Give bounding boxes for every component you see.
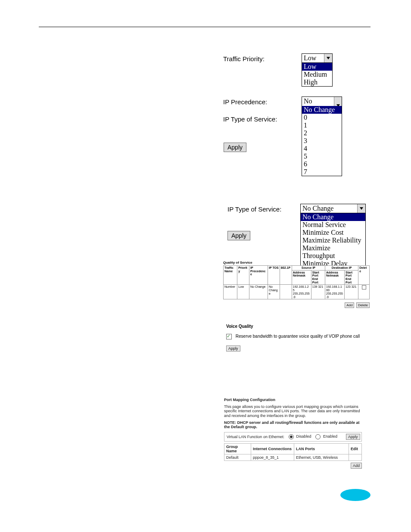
voice-quality-section: Voice Quality Reserve bandwidth to guara… (226, 324, 371, 352)
dropdown-arrow-icon[interactable] (324, 54, 332, 62)
qos-table-row: Number Low No Change No Change 192.168.1… (224, 285, 370, 299)
footer-accent (340, 489, 371, 501)
apply-button-1[interactable]: Apply (224, 143, 246, 152)
ip-tos-option[interactable]: Maximize Throughput (301, 244, 365, 260)
ip-tos-option[interactable]: No Change (301, 213, 365, 221)
ip-precedence-option[interactable]: 2 (302, 129, 342, 137)
ip-precedence-label: IP Precedence: (223, 98, 267, 106)
ip-precedence-option[interactable]: 5 (302, 152, 342, 160)
vlan-apply-button[interactable]: Apply (346, 434, 360, 440)
traffic-priority-option[interactable]: High (302, 78, 332, 86)
qos-section: Quality of Service Traffic Name Priority… (223, 261, 370, 308)
port-mapping-table: Group Name Internet Connections LAN Port… (224, 443, 362, 461)
apply-button-2[interactable]: Apply (227, 231, 250, 240)
ip-tos-option[interactable]: Normal Service (301, 221, 365, 229)
ip-precedence-option[interactable]: No Change (302, 106, 342, 114)
ip-tos-option[interactable]: Minimize Cost (301, 229, 365, 236)
ip-precedence-option[interactable]: 3 (302, 137, 342, 145)
ip-precedence-option[interactable]: 7 (302, 168, 342, 176)
vlan-disabled-label: Disabled (296, 434, 311, 439)
ip-tos-label-2: IP Type of Service: (227, 205, 281, 213)
vlan-disabled-radio[interactable] (289, 434, 294, 439)
ip-tos-options[interactable]: No Change Normal Service Minimize Cost M… (300, 213, 366, 268)
port-mapping-description: This page allows you to configure variou… (224, 404, 362, 418)
reserve-bandwidth-checkbox[interactable] (226, 334, 232, 339)
qos-table: Traffic Name Priority IP Precedence IP T… (223, 265, 370, 299)
th-dest-ip: Destination IP (325, 266, 358, 271)
port-mapping-title: Port Mapping Configuration (224, 398, 362, 402)
th-ip-precedence: IP Precedence (249, 266, 268, 285)
vlan-label: Virtual LAN Function on Ethernet: (227, 435, 284, 439)
reserve-bandwidth-label: Reserve bandwidth to guarantee voice qua… (236, 334, 360, 339)
th-src-port: Start Port End Port (311, 270, 325, 285)
cell-8021p (280, 285, 292, 299)
voice-apply-button[interactable]: Apply (226, 345, 240, 352)
cell-ip-precedence: No Change (249, 285, 268, 299)
vlan-enabled-radio[interactable] (315, 434, 321, 439)
traffic-priority-option[interactable]: Medium (302, 71, 332, 78)
th-delete: Delete (358, 266, 370, 285)
th-priority: Priority (237, 266, 249, 285)
ip-tos-selected: No Change (301, 204, 357, 213)
cell-dst-addr: 192.168.1.100 255.255.255.0 (325, 285, 344, 299)
cell-internet: pppoe_8_35_1 (251, 454, 294, 460)
traffic-priority-selected: Low (302, 54, 324, 62)
voice-quality-title: Voice Quality (226, 324, 371, 329)
qos-title: Quality of Service (223, 261, 370, 264)
port-mapping-row: Default pppoe_8_35_1 Ethernet, USB, Wire… (224, 454, 362, 460)
th-edit: Edit (349, 443, 362, 454)
cell-ip-tos: No Change (268, 285, 280, 299)
ip-precedence-option[interactable]: 6 (302, 160, 342, 168)
dropdown-arrow-icon[interactable] (357, 204, 365, 213)
port-mapping-section: Port Mapping Configuration This page all… (224, 398, 362, 469)
th-group-name: Group Name (224, 443, 251, 454)
qos-add-button[interactable]: Add (345, 302, 354, 308)
ip-precedence-option[interactable]: 0 (302, 114, 342, 121)
traffic-priority-select[interactable]: Low (302, 53, 333, 63)
th-source-ip: Source IP (292, 266, 325, 271)
traffic-priority-label: Traffic Priority: (223, 55, 265, 62)
th-internet: Internet Connections (251, 443, 294, 454)
cell-priority: Low (237, 285, 249, 299)
th-src-addr: Address Netmask (292, 270, 311, 285)
cell-lan: Ethernet, USB, Wireless (294, 454, 349, 460)
cell-src-addr: 192.168.1.25 255.255.255.0 (292, 285, 311, 299)
svg-marker-2 (360, 207, 363, 210)
ip-tos-label-1: IP Type of Service: (223, 115, 277, 123)
ip-tos-option[interactable]: Maximize Reliability (301, 236, 365, 244)
th-traffic-name: Traffic Name (224, 266, 237, 285)
vlan-enabled-label: Enabled (323, 434, 337, 439)
cell-group: Default (224, 454, 251, 460)
traffic-priority-options[interactable]: Low Medium High (302, 63, 333, 87)
port-mapping-note: NOTE: DHCP server and all routing/firewa… (224, 420, 362, 429)
cell-src-port: 139 321 (311, 285, 325, 299)
ip-precedence-option[interactable]: 4 (302, 145, 342, 152)
th-8021p: 802.1P (280, 266, 292, 285)
qos-delete-button[interactable]: Delete (356, 302, 370, 308)
port-mapping-add-button[interactable]: Add (351, 463, 362, 469)
svg-marker-0 (327, 57, 330, 59)
cell-dst-port: 123 321 (345, 285, 358, 299)
cell-traffic-name: Number (224, 285, 237, 299)
traffic-priority-option[interactable]: Low (302, 63, 332, 71)
header-rule (39, 27, 371, 27)
th-dst-port: Start Port End Port (345, 270, 358, 285)
ip-precedence-options[interactable]: No Change 0 1 2 3 4 5 6 7 (302, 106, 342, 176)
delete-checkbox[interactable] (362, 285, 366, 289)
th-lan: LAN Ports (294, 443, 349, 454)
cell-edit[interactable] (349, 454, 362, 460)
ip-precedence-option[interactable]: 1 (302, 121, 342, 129)
ip-tos-select[interactable]: No Change (300, 204, 366, 213)
th-ip-tos: IP TOS (268, 266, 280, 285)
th-dst-addr: Address Netmask (325, 270, 344, 285)
vlan-row: Virtual LAN Function on Ethernet: Disabl… (224, 432, 362, 442)
